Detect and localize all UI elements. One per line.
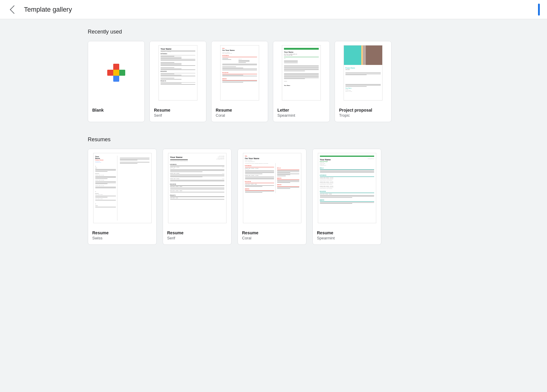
tropic-info	[345, 84, 381, 87]
spear-recipient	[284, 60, 319, 63]
tropic-project-name: Project Name	[345, 67, 381, 69]
template-project-tropic[interactable]: Project Name 2024-2024	[335, 41, 392, 122]
resumes-grid: YourName Creative Director 123-456-7890e…	[88, 149, 459, 245]
template-letter-spearmint-label: Letter Spearmint	[273, 104, 330, 122]
serif-divider	[161, 51, 195, 51]
app-header: Template gallery	[0, 0, 547, 19]
coral-contact: job title | city, state zipphone | email…	[222, 52, 257, 54]
template-blank-name: Blank	[92, 108, 140, 113]
resumes-section: Resumes YourName Creative Director 123-4…	[88, 136, 459, 245]
serif-divider2	[161, 55, 195, 55]
template-resume-coral-2-label: Resume Coral	[238, 227, 306, 244]
coral-label-name: Resume	[216, 108, 264, 113]
project-tropic-label-name: Project proposal	[339, 108, 387, 113]
serif-proj-head: PROJECTS	[161, 80, 195, 82]
letter-spearmint-label-name: Letter	[277, 108, 325, 113]
template-resume-coral-preview: Hello, I'm Your Name job title | city, s…	[211, 41, 268, 104]
resumes-section-title: Resumes	[88, 136, 459, 143]
spear-date: Date	[284, 58, 319, 59]
coral-name: I'm Your Name	[222, 49, 257, 51]
template-resume-swiss-preview: YourName Creative Director 123-456-7890e…	[88, 149, 156, 227]
resume-serif-name: Your Name	[161, 48, 195, 50]
template-resume-spearmint-label: Resume Spearmint	[313, 227, 381, 244]
tropic-content: Project Name 2024-2024	[344, 65, 382, 93]
resume-serif-label-sub: Serif	[154, 113, 202, 118]
template-resume-swiss[interactable]: YourName Creative Director 123-456-7890e…	[88, 149, 157, 245]
template-resume-serif-preview: Your Name email@email.com|123-456-7890 E…	[150, 41, 206, 104]
swiss-name: YourName	[95, 156, 116, 159]
recently-used-grid: Blank Your Name email@email.com|123-456-…	[88, 41, 459, 122]
template-blank-preview	[88, 41, 144, 104]
spear-bar	[284, 48, 319, 50]
header-accent	[538, 4, 540, 16]
back-button[interactable]	[7, 4, 19, 16]
spearmint-label-name: Resume	[317, 230, 377, 235]
spear-addr: City, State | email@example.comPhone 123…	[284, 54, 319, 56]
coral2-label-name: Resume	[242, 230, 302, 235]
tropic-shape-brown	[366, 45, 382, 65]
template-letter-spearmint-preview: Your Name City, State | email@example.co…	[273, 41, 330, 104]
template-resume-spearmint[interactable]: Your Name Industrial Designer 123 Main S…	[312, 149, 381, 245]
resume-serif-label-name: Resume	[154, 108, 202, 113]
spear-closing: Sincerely,	[284, 81, 319, 82]
template-resume-spearmint-preview: Your Name Industrial Designer 123 Main S…	[313, 149, 381, 227]
spear-name: Your Name	[284, 51, 319, 53]
template-resume-serif[interactable]: Your Name email@email.com|123-456-7890 E…	[149, 41, 206, 122]
blank-icon-container	[88, 41, 144, 104]
spearmint-bar	[320, 156, 374, 157]
spearmint-doc: Your Name Industrial Designer 123 Main S…	[318, 153, 376, 223]
serif2-name: Your Name	[170, 156, 188, 159]
template-resume-coral-2-preview: Hello, I'm Your Name job title | city, s…	[238, 149, 306, 227]
template-resume-coral-label: Resume Coral	[211, 104, 268, 122]
template-resume-coral[interactable]: Hello, I'm Your Name job title | city, s…	[211, 41, 268, 122]
serif2-label-sub: Serif	[167, 236, 227, 240]
page-title: Template gallery	[24, 6, 72, 13]
project-tropic-doc: Project Name 2024-2024	[344, 45, 383, 101]
tropic-bg	[344, 45, 382, 65]
coral2-doc: Hello, I'm Your Name job title | city, s…	[243, 153, 301, 223]
serif-edu-head: EDUCATION	[161, 71, 195, 72]
template-resume-serif-2[interactable]: Your Name lorem ipsum dolor sit amet, co…	[163, 149, 232, 245]
template-resume-coral-2[interactable]: Hello, I'm Your Name job title | city, s…	[238, 149, 306, 245]
resume-coral-doc: Hello, I'm Your Name job title | city, s…	[220, 45, 259, 101]
spear-line	[284, 57, 319, 57]
resume-serif-doc: Your Name email@email.com|123-456-7890 E…	[158, 45, 197, 101]
coral-label-sub: Coral	[216, 113, 264, 118]
swiss-label-sub: Swiss	[92, 236, 152, 240]
recently-used-section: Recently used Blank	[88, 29, 459, 122]
template-blank-label: Blank	[88, 104, 144, 117]
swiss-label-name: Resume	[92, 230, 152, 235]
serif2-label-name: Resume	[167, 230, 227, 235]
coral-hello: Hello,	[222, 48, 257, 49]
coral2-label-sub: Coral	[242, 236, 302, 240]
serif-exp-head: EXPERIENCE	[161, 53, 195, 54]
template-resume-serif-2-preview: Your Name lorem ipsum dolor sit amet, co…	[163, 149, 231, 227]
letter-spearmint-doc: Your Name City, State | email@example.co…	[282, 45, 321, 101]
google-plus-icon	[107, 64, 125, 82]
template-blank[interactable]: Blank	[88, 41, 145, 122]
main-content: Recently used Blank	[64, 19, 483, 254]
template-project-tropic-label: Project proposal Tropic	[335, 104, 391, 122]
template-project-tropic-preview: Project Name 2024-2024	[335, 41, 391, 104]
recently-used-title: Recently used	[88, 29, 459, 35]
template-letter-spearmint[interactable]: Your Name City, State | email@example.co…	[273, 41, 330, 122]
template-resume-serif-label: Resume Serif	[150, 104, 206, 122]
template-resume-serif-2-label: Resume Serif	[163, 227, 231, 244]
project-tropic-label-sub: Tropic	[339, 113, 387, 118]
letter-spearmint-label-sub: Spearmint	[277, 113, 325, 118]
template-resume-swiss-label: Resume Swiss	[88, 227, 156, 244]
serif2-doc: Your Name lorem ipsum dolor sit amet, co…	[168, 153, 226, 223]
spear-resume-name: Your Name	[320, 158, 331, 161]
swiss-doc: YourName Creative Director 123-456-7890e…	[93, 153, 152, 223]
coral-exp-head: Experience	[222, 55, 257, 56]
coral2-name: I'm Your Name	[245, 157, 299, 160]
tropic-header	[344, 45, 382, 65]
back-arrow-icon	[10, 5, 18, 13]
plus-vertical	[113, 64, 119, 82]
spearmint-label-sub: Spearmint	[317, 236, 377, 240]
